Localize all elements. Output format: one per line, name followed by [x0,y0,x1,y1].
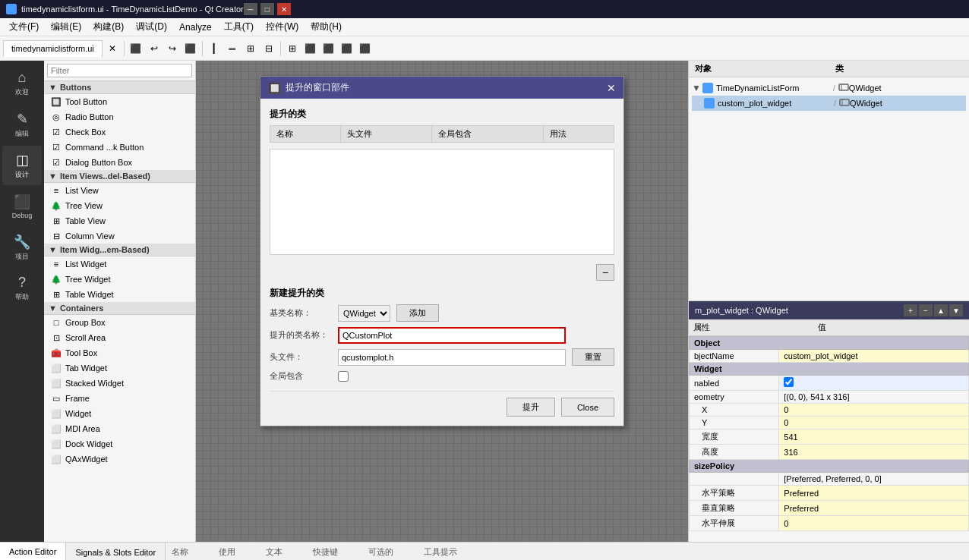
toolbar-btn-4[interactable]: ⬛ [182,40,199,57]
toolbar-btn-1[interactable]: ⬛ [128,40,144,57]
widget-label-tree-view: Tree View [65,201,103,210]
prop-hstretch-value[interactable]: 0 [779,516,969,531]
toolbar-btn-9[interactable]: ⊞ [284,40,301,57]
widget-filter-input[interactable] [47,64,192,77]
close-button[interactable]: ✕ [277,3,291,15]
sidebar-item-label-help: 帮助 [15,292,29,302]
table-header-header: 头文件 [341,126,432,143]
prop-hpolicy-value[interactable]: Preferred [779,486,969,501]
design-area[interactable]: 🔲 提升的窗口部件 ✕ 提升的类 名称 头文件 [196,61,688,542]
object-icon-1 [702,83,713,93]
close-dialog-button[interactable]: Close [561,398,614,417]
menu-file[interactable]: 文件(F) [3,19,45,35]
welcome-icon: ⌂ [18,70,27,86]
list-item[interactable]: ☑ Command ...k Button [44,140,195,155]
list-item[interactable]: ≡ List View [44,183,195,198]
prop-objectname-label: bjectName [690,350,779,363]
category-containers: ▼ Containers [44,302,195,315]
list-item[interactable]: □ Group Box [44,315,195,330]
list-item[interactable]: ⊞ Table Widget [44,287,195,302]
list-item[interactable]: ⬜ Stacked Widget [44,376,195,391]
reset-button-2[interactable]: 重置 [572,348,614,366]
toolbar-btn-6[interactable]: ═ [224,40,241,57]
property-table-wrapper: Object bjectName custom_plot_widget Widg… [689,336,969,542]
property-col-value: 值 [818,322,826,333]
file-tab[interactable]: timedynamiclistform.ui [3,40,103,57]
menu-tools[interactable]: 工具(T) [218,19,260,35]
sidebar-item-project[interactable]: 🔧 项目 [2,228,42,267]
toolbar-btn-8[interactable]: ⊟ [260,40,277,57]
list-item[interactable]: ▭ Frame [44,391,195,406]
tab-action-editor[interactable]: Action Editor [0,543,66,560]
prop-width-value[interactable]: 541 [779,429,969,445]
menu-edit[interactable]: 编辑(E) [45,19,87,35]
list-item[interactable]: ⬜ QAxWidget [44,451,195,467]
prop-objectname-value[interactable]: custom_plot_widget [779,350,969,363]
sidebar-item-help[interactable]: ? 帮助 [2,269,42,308]
toolbar-btn-12[interactable]: ⬛ [339,40,355,57]
menu-help[interactable]: 帮助(H) [305,19,348,35]
prop-enabled-value[interactable] [779,376,969,391]
col-tooltip: 工具提示 [424,546,457,558]
toolbar-btn-10[interactable]: ⬛ [302,40,319,57]
object-row-2[interactable]: custom_plot_widget / QWidget [692,96,966,111]
remove-class-button[interactable]: − [596,264,614,281]
tool-box-icon: 🧰 [50,347,62,359]
sidebar-item-debug[interactable]: ⬛ Debug [2,187,42,226]
toolbar-btn-5[interactable]: ┃ [206,40,223,57]
menu-debug[interactable]: 调试(D) [130,19,173,35]
toolbar-btn-13[interactable]: ⬛ [357,40,374,57]
add-class-button[interactable]: 添加 [396,304,439,322]
menu-build[interactable]: 构建(B) [87,19,130,35]
maximize-button[interactable]: □ [260,3,274,15]
prop-sizepolicy-value[interactable]: [Preferred, Preferred, 0, 0] [779,473,969,486]
list-item[interactable]: 🧰 Tool Box [44,345,195,360]
menu-analyze[interactable]: Analyze [173,20,218,34]
prop-up-button[interactable]: ▲ [934,304,948,316]
new-class-title: 新建提升的类 [270,287,614,300]
toolbar-btn-2[interactable]: ↩ [146,40,163,57]
prop-y-value[interactable]: 0 [779,417,969,429]
global-include-checkbox[interactable] [338,371,349,382]
stacked-widget-icon: ⬜ [50,377,62,389]
list-item[interactable]: ⬜ Widget [44,406,195,421]
list-item[interactable]: 🔲 Tool Button [44,94,195,109]
list-item[interactable]: ⊡ Scroll Area [44,330,195,345]
list-item[interactable]: ☑ Check Box [44,124,195,140]
list-item[interactable]: ⬜ Dock Widget [44,436,195,451]
close-tab-button[interactable]: ✕ [104,40,121,57]
prop-height-value[interactable]: 316 [779,445,969,460]
promoted-class-input[interactable] [338,327,566,344]
check-box-icon: ☑ [50,126,62,138]
widget-label-tree-widget: Tree Widget [65,275,111,284]
list-item[interactable]: ≡ List Widget [44,256,195,272]
toolbar-btn-7[interactable]: ⊞ [242,40,259,57]
list-item[interactable]: ◎ Radio Button [44,109,195,124]
tab-signals-slots[interactable]: Signals & Slots Editor [66,543,166,560]
base-class-select[interactable]: QWidget [338,305,390,322]
prop-add-button[interactable]: + [904,304,917,316]
header-file-input[interactable] [338,349,566,366]
table-header-name: 名称 [270,126,341,143]
toolbar-btn-3[interactable]: ↪ [164,40,181,57]
minimize-button[interactable]: ─ [244,3,257,15]
sidebar-item-welcome[interactable]: ⌂ 欢迎 [2,64,42,103]
list-item[interactable]: ⬜ Tab Widget [44,360,195,376]
list-item[interactable]: ☑ Dialog Button Box [44,155,195,170]
prop-down-button[interactable]: ▼ [949,304,963,316]
prop-vpolicy-value[interactable]: Preferred [779,501,969,516]
menu-controls[interactable]: 控件(W) [260,19,305,35]
prop-x-value[interactable]: 0 [779,404,969,417]
toolbar-btn-11[interactable]: ⬛ [320,40,337,57]
sidebar-item-design[interactable]: ◫ 设计 [2,146,42,185]
promote-button[interactable]: 提升 [507,398,555,417]
prop-geometry-value[interactable]: [(0, 0), 541 x 316] [779,391,969,404]
list-item[interactable]: 🌲 Tree View [44,198,195,213]
prop-remove-button[interactable]: − [919,304,933,316]
list-item[interactable]: ⬜ MDI Area [44,421,195,436]
list-item[interactable]: ⊞ Table View [44,213,195,228]
list-item[interactable]: 🌲 Tree Widget [44,272,195,287]
modal-close-button[interactable]: ✕ [607,82,616,94]
list-item[interactable]: ⊟ Column View [44,228,195,244]
sidebar-item-edit[interactable]: ✎ 编辑 [2,105,42,144]
